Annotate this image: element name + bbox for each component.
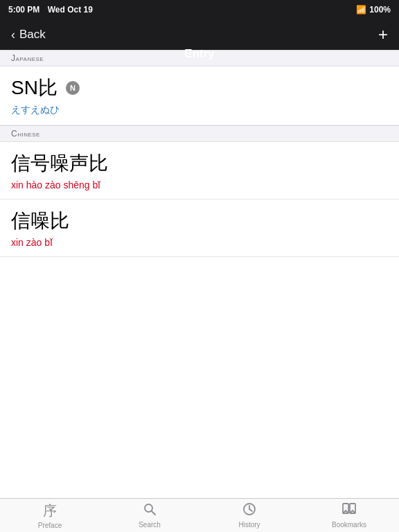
add-button[interactable]: + (378, 26, 388, 43)
history-label: History (238, 521, 260, 529)
bookmarks-icon (342, 502, 357, 520)
chevron-left-icon: ‹ (11, 28, 15, 42)
bookmarks-label: Bookmarks (332, 521, 366, 529)
search-label: Search (139, 521, 161, 529)
status-bar-left: 5:00 PM Wed Oct 19 (8, 5, 93, 15)
status-date: Wed Oct 19 (48, 5, 93, 15)
wifi-icon: 📶 (356, 5, 366, 15)
japanese-reading-1: えすえぬひ (11, 104, 388, 116)
noun-badge-1: N (66, 81, 80, 95)
status-time: 5:00 PM (8, 5, 39, 15)
nav-title: Entry (184, 39, 214, 69)
japanese-kanji-1: SN比 N (11, 75, 388, 101)
battery-icon: 100% (369, 5, 391, 15)
chinese-pinyin-1: xin hào zào shēng bǐ (11, 179, 388, 190)
tab-history[interactable]: History (200, 499, 299, 532)
svg-line-4 (249, 509, 252, 511)
chinese-pinyin-2: xin zào bǐ (11, 237, 388, 248)
history-icon (242, 502, 256, 520)
search-icon (143, 502, 157, 520)
chinese-kanji-text-1: 信号噪声比 (11, 150, 108, 177)
preface-icon: 序 (43, 502, 57, 520)
svg-point-0 (145, 504, 152, 512)
chinese-entry-2: 信噪比 xin zào bǐ (0, 200, 399, 257)
status-bar: 5:00 PM Wed Oct 19 📶 100% (0, 0, 399, 19)
back-label: Back (19, 28, 46, 42)
japanese-entry-1: SN比 N えすえぬひ (0, 66, 399, 125)
chinese-kanji-text-2: 信噪比 (11, 208, 69, 234)
content-area: Japanese SN比 N えすえぬひ Chinese 信号噪声比 xin h… (0, 50, 399, 498)
japanese-kanji-text-1: SN比 (11, 75, 57, 101)
tab-search[interactable]: Search (100, 499, 200, 532)
tab-preface[interactable]: 序 Preface (0, 499, 100, 532)
tab-bookmarks[interactable]: Bookmarks (299, 499, 399, 532)
chinese-kanji-2: 信噪比 (11, 208, 388, 234)
chinese-section-header: Chinese (0, 125, 399, 142)
svg-line-1 (152, 511, 155, 515)
status-bar-right: 📶 100% (356, 5, 391, 15)
preface-label: Preface (38, 522, 62, 529)
chinese-kanji-1: 信号噪声比 (11, 150, 388, 177)
tab-bar: 序 Preface Search History (0, 498, 399, 532)
chinese-entry-1: 信号噪声比 xin hào zào shēng bǐ (0, 142, 399, 200)
back-button[interactable]: ‹ Back (11, 28, 46, 42)
nav-bar: ‹ Back Entry + (0, 19, 399, 50)
